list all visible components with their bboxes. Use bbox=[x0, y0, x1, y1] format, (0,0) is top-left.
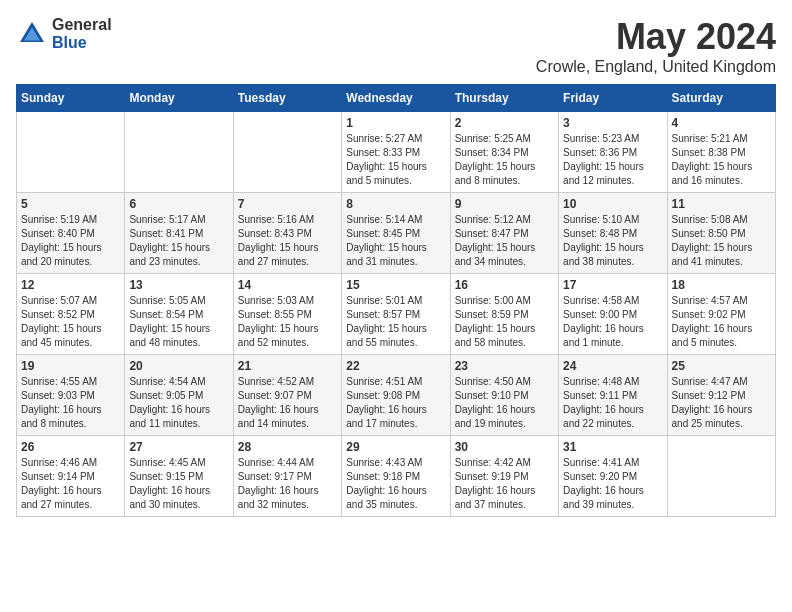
day-info: Sunrise: 4:48 AM Sunset: 9:11 PM Dayligh… bbox=[563, 375, 662, 431]
day-number: 22 bbox=[346, 359, 445, 373]
calendar-cell: 5Sunrise: 5:19 AM Sunset: 8:40 PM Daylig… bbox=[17, 193, 125, 274]
day-info: Sunrise: 4:45 AM Sunset: 9:15 PM Dayligh… bbox=[129, 456, 228, 512]
day-info: Sunrise: 4:41 AM Sunset: 9:20 PM Dayligh… bbox=[563, 456, 662, 512]
day-info: Sunrise: 5:00 AM Sunset: 8:59 PM Dayligh… bbox=[455, 294, 554, 350]
day-number: 12 bbox=[21, 278, 120, 292]
day-header-saturday: Saturday bbox=[667, 85, 775, 112]
day-number: 27 bbox=[129, 440, 228, 454]
day-number: 31 bbox=[563, 440, 662, 454]
day-info: Sunrise: 5:14 AM Sunset: 8:45 PM Dayligh… bbox=[346, 213, 445, 269]
day-info: Sunrise: 4:47 AM Sunset: 9:12 PM Dayligh… bbox=[672, 375, 771, 431]
logo-general-label: General bbox=[52, 16, 112, 34]
calendar-cell: 8Sunrise: 5:14 AM Sunset: 8:45 PM Daylig… bbox=[342, 193, 450, 274]
day-number: 6 bbox=[129, 197, 228, 211]
calendar-cell: 30Sunrise: 4:42 AM Sunset: 9:19 PM Dayli… bbox=[450, 436, 558, 517]
calendar-cell: 9Sunrise: 5:12 AM Sunset: 8:47 PM Daylig… bbox=[450, 193, 558, 274]
calendar-cell bbox=[17, 112, 125, 193]
day-number: 25 bbox=[672, 359, 771, 373]
day-number: 20 bbox=[129, 359, 228, 373]
day-info: Sunrise: 5:05 AM Sunset: 8:54 PM Dayligh… bbox=[129, 294, 228, 350]
day-number: 30 bbox=[455, 440, 554, 454]
day-number: 14 bbox=[238, 278, 337, 292]
logo-text: General Blue bbox=[52, 16, 112, 51]
day-info: Sunrise: 5:25 AM Sunset: 8:34 PM Dayligh… bbox=[455, 132, 554, 188]
day-number: 17 bbox=[563, 278, 662, 292]
day-info: Sunrise: 4:51 AM Sunset: 9:08 PM Dayligh… bbox=[346, 375, 445, 431]
day-number: 2 bbox=[455, 116, 554, 130]
logo-blue-label: Blue bbox=[52, 34, 112, 52]
day-number: 29 bbox=[346, 440, 445, 454]
calendar-week-row: 12Sunrise: 5:07 AM Sunset: 8:52 PM Dayli… bbox=[17, 274, 776, 355]
day-header-sunday: Sunday bbox=[17, 85, 125, 112]
day-number: 24 bbox=[563, 359, 662, 373]
day-header-wednesday: Wednesday bbox=[342, 85, 450, 112]
calendar-cell: 7Sunrise: 5:16 AM Sunset: 8:43 PM Daylig… bbox=[233, 193, 341, 274]
header: General Blue May 2024 Crowle, England, U… bbox=[16, 16, 776, 76]
calendar-cell: 28Sunrise: 4:44 AM Sunset: 9:17 PM Dayli… bbox=[233, 436, 341, 517]
day-info: Sunrise: 5:17 AM Sunset: 8:41 PM Dayligh… bbox=[129, 213, 228, 269]
day-info: Sunrise: 5:10 AM Sunset: 8:48 PM Dayligh… bbox=[563, 213, 662, 269]
logo-icon bbox=[16, 18, 48, 50]
calendar-header-row: SundayMondayTuesdayWednesdayThursdayFrid… bbox=[17, 85, 776, 112]
day-number: 23 bbox=[455, 359, 554, 373]
day-header-friday: Friday bbox=[559, 85, 667, 112]
day-info: Sunrise: 4:52 AM Sunset: 9:07 PM Dayligh… bbox=[238, 375, 337, 431]
calendar-cell: 22Sunrise: 4:51 AM Sunset: 9:08 PM Dayli… bbox=[342, 355, 450, 436]
day-number: 1 bbox=[346, 116, 445, 130]
day-info: Sunrise: 5:03 AM Sunset: 8:55 PM Dayligh… bbox=[238, 294, 337, 350]
day-info: Sunrise: 4:50 AM Sunset: 9:10 PM Dayligh… bbox=[455, 375, 554, 431]
day-number: 11 bbox=[672, 197, 771, 211]
day-number: 10 bbox=[563, 197, 662, 211]
calendar-cell: 14Sunrise: 5:03 AM Sunset: 8:55 PM Dayli… bbox=[233, 274, 341, 355]
calendar-week-row: 26Sunrise: 4:46 AM Sunset: 9:14 PM Dayli… bbox=[17, 436, 776, 517]
calendar-cell: 11Sunrise: 5:08 AM Sunset: 8:50 PM Dayli… bbox=[667, 193, 775, 274]
logo: General Blue bbox=[16, 16, 112, 51]
calendar-cell: 16Sunrise: 5:00 AM Sunset: 8:59 PM Dayli… bbox=[450, 274, 558, 355]
day-header-monday: Monday bbox=[125, 85, 233, 112]
calendar-week-row: 5Sunrise: 5:19 AM Sunset: 8:40 PM Daylig… bbox=[17, 193, 776, 274]
calendar-cell: 17Sunrise: 4:58 AM Sunset: 9:00 PM Dayli… bbox=[559, 274, 667, 355]
day-number: 19 bbox=[21, 359, 120, 373]
calendar-table: SundayMondayTuesdayWednesdayThursdayFrid… bbox=[16, 84, 776, 517]
day-info: Sunrise: 4:54 AM Sunset: 9:05 PM Dayligh… bbox=[129, 375, 228, 431]
day-info: Sunrise: 4:55 AM Sunset: 9:03 PM Dayligh… bbox=[21, 375, 120, 431]
day-info: Sunrise: 5:21 AM Sunset: 8:38 PM Dayligh… bbox=[672, 132, 771, 188]
calendar-cell bbox=[233, 112, 341, 193]
day-info: Sunrise: 4:43 AM Sunset: 9:18 PM Dayligh… bbox=[346, 456, 445, 512]
day-info: Sunrise: 4:57 AM Sunset: 9:02 PM Dayligh… bbox=[672, 294, 771, 350]
day-number: 16 bbox=[455, 278, 554, 292]
day-info: Sunrise: 5:19 AM Sunset: 8:40 PM Dayligh… bbox=[21, 213, 120, 269]
calendar-cell: 2Sunrise: 5:25 AM Sunset: 8:34 PM Daylig… bbox=[450, 112, 558, 193]
day-number: 4 bbox=[672, 116, 771, 130]
day-info: Sunrise: 5:16 AM Sunset: 8:43 PM Dayligh… bbox=[238, 213, 337, 269]
day-info: Sunrise: 4:44 AM Sunset: 9:17 PM Dayligh… bbox=[238, 456, 337, 512]
month-title: May 2024 bbox=[536, 16, 776, 58]
calendar-cell: 19Sunrise: 4:55 AM Sunset: 9:03 PM Dayli… bbox=[17, 355, 125, 436]
calendar-week-row: 19Sunrise: 4:55 AM Sunset: 9:03 PM Dayli… bbox=[17, 355, 776, 436]
calendar-cell bbox=[125, 112, 233, 193]
calendar-week-row: 1Sunrise: 5:27 AM Sunset: 8:33 PM Daylig… bbox=[17, 112, 776, 193]
day-header-thursday: Thursday bbox=[450, 85, 558, 112]
calendar-cell: 29Sunrise: 4:43 AM Sunset: 9:18 PM Dayli… bbox=[342, 436, 450, 517]
day-number: 18 bbox=[672, 278, 771, 292]
day-info: Sunrise: 5:12 AM Sunset: 8:47 PM Dayligh… bbox=[455, 213, 554, 269]
calendar-cell: 15Sunrise: 5:01 AM Sunset: 8:57 PM Dayli… bbox=[342, 274, 450, 355]
day-number: 8 bbox=[346, 197, 445, 211]
location: Crowle, England, United Kingdom bbox=[536, 58, 776, 76]
day-number: 3 bbox=[563, 116, 662, 130]
calendar-cell: 31Sunrise: 4:41 AM Sunset: 9:20 PM Dayli… bbox=[559, 436, 667, 517]
day-info: Sunrise: 5:27 AM Sunset: 8:33 PM Dayligh… bbox=[346, 132, 445, 188]
calendar-cell: 25Sunrise: 4:47 AM Sunset: 9:12 PM Dayli… bbox=[667, 355, 775, 436]
day-number: 13 bbox=[129, 278, 228, 292]
day-info: Sunrise: 5:23 AM Sunset: 8:36 PM Dayligh… bbox=[563, 132, 662, 188]
calendar-cell: 3Sunrise: 5:23 AM Sunset: 8:36 PM Daylig… bbox=[559, 112, 667, 193]
calendar-cell: 23Sunrise: 4:50 AM Sunset: 9:10 PM Dayli… bbox=[450, 355, 558, 436]
calendar-cell: 4Sunrise: 5:21 AM Sunset: 8:38 PM Daylig… bbox=[667, 112, 775, 193]
calendar-cell: 13Sunrise: 5:05 AM Sunset: 8:54 PM Dayli… bbox=[125, 274, 233, 355]
calendar-cell: 20Sunrise: 4:54 AM Sunset: 9:05 PM Dayli… bbox=[125, 355, 233, 436]
day-number: 21 bbox=[238, 359, 337, 373]
day-number: 7 bbox=[238, 197, 337, 211]
day-info: Sunrise: 4:58 AM Sunset: 9:00 PM Dayligh… bbox=[563, 294, 662, 350]
calendar-cell: 24Sunrise: 4:48 AM Sunset: 9:11 PM Dayli… bbox=[559, 355, 667, 436]
calendar-cell: 1Sunrise: 5:27 AM Sunset: 8:33 PM Daylig… bbox=[342, 112, 450, 193]
